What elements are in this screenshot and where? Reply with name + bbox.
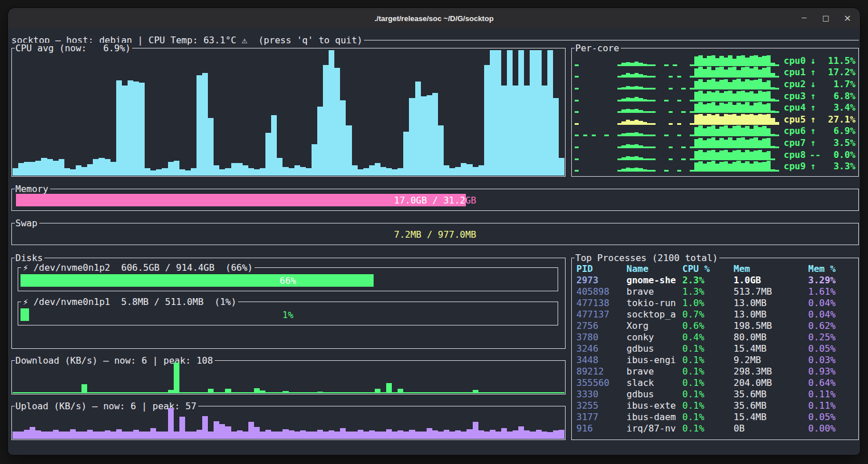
chart-bar	[536, 392, 542, 393]
spark-bar	[669, 158, 673, 160]
spark-bar	[652, 135, 656, 136]
core-trend-icon: ↑	[810, 102, 817, 113]
process-cell-cpu: 0.4%	[682, 332, 734, 343]
spark-bar	[647, 135, 651, 136]
chart-bar	[409, 392, 415, 393]
process-row: 3246gdbus0.1%15.4MB0.05%	[576, 343, 856, 354]
spark-bar	[694, 162, 698, 172]
process-cell-cpu: 0.7%	[682, 309, 734, 320]
spark-bar	[719, 162, 723, 172]
spark-bar	[745, 67, 749, 78]
chart-bar	[76, 392, 81, 393]
spark-bar	[647, 76, 651, 78]
chart-bar	[145, 432, 150, 439]
spark-bar	[652, 123, 656, 125]
spark-bar	[736, 91, 740, 101]
chart-bar	[150, 392, 156, 393]
spark-bar	[707, 139, 711, 148]
spark-bar	[741, 91, 745, 101]
spark-bar	[621, 87, 625, 89]
chart-bar	[427, 95, 432, 176]
chart-bar	[380, 392, 386, 393]
chart-bar	[248, 392, 254, 393]
chart-bar	[392, 432, 398, 439]
spark-bar	[681, 111, 685, 113]
spark-bar	[575, 100, 579, 101]
chart-bar	[47, 432, 53, 439]
chart-bar	[122, 86, 128, 176]
cpu7-sparkline	[575, 137, 779, 148]
chart-bar	[317, 430, 323, 439]
spark-bar	[669, 111, 673, 113]
spark-bar	[698, 150, 702, 160]
spark-bar	[741, 128, 745, 136]
chart-bar	[547, 50, 553, 176]
spark-bar	[741, 137, 745, 148]
minimize-icon[interactable]: ─	[800, 14, 809, 23]
core-name: cpu3	[784, 91, 806, 101]
window-titlebar[interactable]: ./target/release/soc ~/D/G/socktop ─ □ ×	[8, 8, 860, 29]
chart-bar	[202, 73, 208, 176]
chart-bar	[317, 107, 323, 176]
chart-bar	[179, 169, 185, 176]
spark-bar	[736, 161, 740, 172]
spark-bar	[647, 111, 651, 113]
spark-bar	[754, 161, 758, 172]
disk-2-header: ⚡ /dev/nvme0n1p1 5.8MB / 511.0MB (1%)	[21, 296, 238, 307]
spark-bar	[711, 115, 715, 125]
chart-bar	[334, 432, 340, 439]
chart-bar	[24, 162, 30, 176]
spark-bar	[728, 115, 732, 125]
spark-bar	[652, 158, 656, 160]
chart-bar	[415, 392, 421, 393]
spark-bar	[664, 100, 668, 101]
spark-bar	[732, 114, 736, 125]
core-name: cpu5	[784, 114, 806, 125]
chart-bar	[139, 392, 145, 393]
spark-bar	[758, 127, 762, 136]
spark-bar	[754, 55, 758, 66]
spark-bar	[664, 135, 668, 136]
spark-bar	[630, 133, 634, 136]
core-row-cpu3: cpu3↑ 6.8%	[575, 90, 855, 102]
core-row-cpu7: cpu7↑ 3.5%	[575, 137, 855, 149]
process-cell-name: socktop_a	[627, 309, 682, 320]
spark-bar	[673, 64, 677, 66]
close-icon[interactable]: ×	[843, 14, 852, 23]
disk-2-bar: 1%	[21, 308, 555, 321]
spark-bar	[715, 58, 719, 66]
chart-bar	[99, 432, 104, 439]
spark-bar	[698, 91, 702, 101]
chart-bar	[128, 392, 133, 393]
chart-bar	[334, 68, 340, 176]
chart-bar	[110, 162, 116, 176]
spark-bar	[621, 75, 625, 78]
process-row: 3330gdbus0.1%35.6MB0.11%	[576, 388, 856, 400]
spark-bar	[754, 115, 758, 125]
spark-bar	[698, 125, 702, 136]
spark-bar	[694, 81, 698, 89]
spark-bar	[771, 87, 775, 89]
chart-bar	[346, 432, 351, 439]
spark-bar	[617, 100, 621, 101]
chart-bar	[99, 158, 104, 176]
spark-bar	[724, 150, 728, 160]
spark-bar	[750, 129, 754, 137]
chart-bar	[139, 83, 145, 176]
process-cell-mem: 0B	[734, 423, 808, 434]
chart-bar	[306, 168, 312, 176]
spark-bar	[758, 57, 762, 66]
process-cell-mem-pct: 0.04%	[808, 309, 856, 320]
chart-bar	[59, 159, 64, 176]
spark-bar	[652, 88, 656, 89]
spark-bar	[762, 68, 766, 78]
chart-bar	[219, 424, 225, 439]
process-cell-pid: 3177	[576, 412, 627, 422]
spark-bar	[638, 157, 642, 160]
spark-bar	[741, 82, 745, 89]
process-cell-pid: 3246	[576, 343, 627, 354]
chart-bar	[93, 432, 99, 439]
chart-bar	[30, 427, 35, 439]
maximize-icon[interactable]: □	[821, 14, 830, 23]
chart-bar	[547, 392, 553, 393]
